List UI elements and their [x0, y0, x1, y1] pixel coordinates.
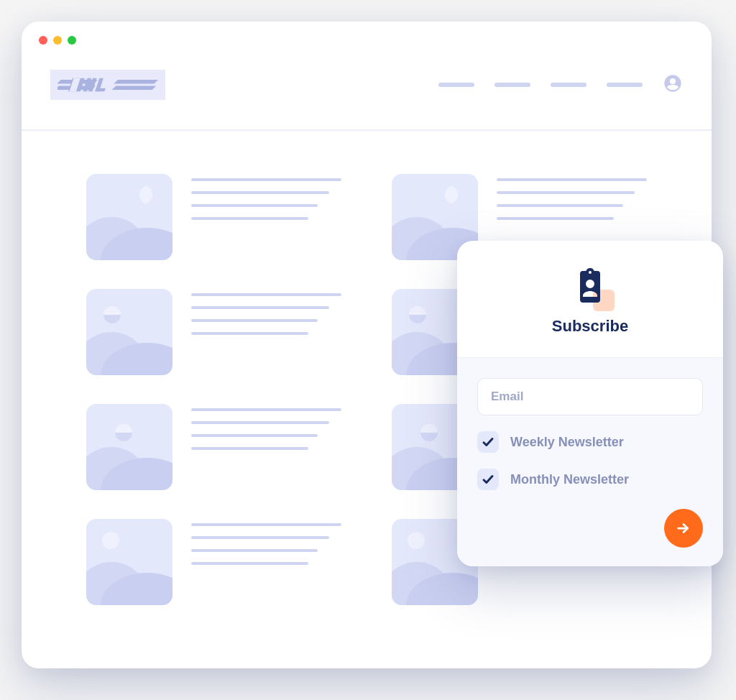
svg-rect-5: [95, 88, 106, 92]
subscribe-body: Weekly Newsletter Monthly Newsletter: [457, 358, 723, 566]
account-icon[interactable]: [663, 73, 683, 96]
moon-icon: [139, 185, 158, 204]
nav-link-placeholder[interactable]: [607, 83, 643, 87]
half-sun-icon: [115, 424, 132, 441]
half-sun-icon: [420, 424, 438, 441]
brand-logo[interactable]: [50, 70, 165, 100]
monthly-newsletter-row: Monthly Newsletter: [477, 469, 703, 490]
email-field[interactable]: [477, 378, 703, 415]
text-placeholder: [191, 174, 341, 220]
article-card[interactable]: [86, 519, 341, 605]
subscribe-header: Subscribe: [457, 241, 723, 358]
weekly-newsletter-label: Weekly Newsletter: [510, 435, 624, 450]
half-sun-icon: [409, 306, 426, 323]
thumbnail-placeholder: [86, 289, 172, 375]
nav-link-placeholder[interactable]: [438, 83, 474, 87]
moon-icon: [445, 185, 464, 204]
subscribe-submit-button[interactable]: [664, 509, 703, 548]
window-close-button[interactable]: [39, 36, 47, 45]
nav-link-placeholder[interactable]: [494, 83, 530, 87]
weekly-newsletter-row: Weekly Newsletter: [477, 431, 703, 453]
window-maximize-button[interactable]: [68, 36, 76, 45]
text-placeholder: [497, 174, 647, 220]
monthly-newsletter-checkbox[interactable]: [477, 469, 499, 490]
monthly-newsletter-label: Monthly Newsletter: [510, 472, 629, 487]
sun-icon: [408, 532, 425, 549]
arrow-right-icon: [676, 520, 691, 536]
weekly-newsletter-checkbox[interactable]: [477, 431, 499, 453]
header-nav: [438, 73, 683, 96]
thumbnail-placeholder: [86, 519, 172, 605]
nav-link-placeholder[interactable]: [551, 83, 586, 87]
text-placeholder: [191, 519, 341, 565]
thumbnail-placeholder: [86, 404, 172, 490]
text-placeholder: [191, 404, 341, 450]
window-minimize-button[interactable]: [53, 36, 62, 45]
subscribe-popover: Subscribe Weekly Newsletter Monthly News…: [457, 241, 723, 566]
thumbnail-placeholder: [86, 174, 172, 260]
text-placeholder: [191, 289, 341, 335]
browser-window: Subscribe Weekly Newsletter Monthly News…: [22, 22, 712, 668]
page-header: [22, 45, 712, 131]
subscribe-title: Subscribe: [472, 317, 709, 336]
article-card[interactable]: [86, 404, 341, 490]
article-card[interactable]: [86, 174, 341, 260]
dhl-logo-icon: [58, 75, 158, 95]
window-titlebar: [22, 22, 712, 45]
sun-icon: [102, 532, 119, 549]
half-sun-icon: [104, 306, 121, 323]
svg-rect-3: [85, 83, 96, 87]
article-card[interactable]: [86, 289, 341, 375]
clipboard-user-icon: [573, 294, 607, 306]
